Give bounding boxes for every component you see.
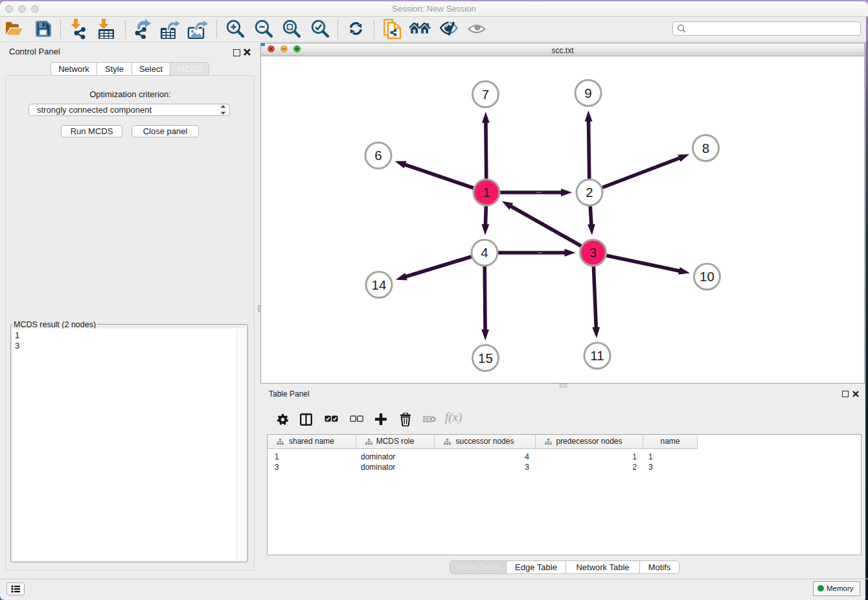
svg-text:8: 8 <box>702 141 709 156</box>
svg-text:10: 10 <box>700 269 714 284</box>
svg-text:4: 4 <box>481 245 488 260</box>
svg-text:1: 1 <box>483 185 490 200</box>
svg-text:14: 14 <box>372 277 387 292</box>
svg-text:3: 3 <box>589 245 597 260</box>
svg-text:11: 11 <box>590 348 604 363</box>
svg-text:9: 9 <box>584 86 591 100</box>
svg-text:7: 7 <box>482 87 489 102</box>
svg-text:6: 6 <box>374 148 382 163</box>
svg-text:2: 2 <box>586 185 593 200</box>
svg-text:15: 15 <box>478 351 493 365</box>
